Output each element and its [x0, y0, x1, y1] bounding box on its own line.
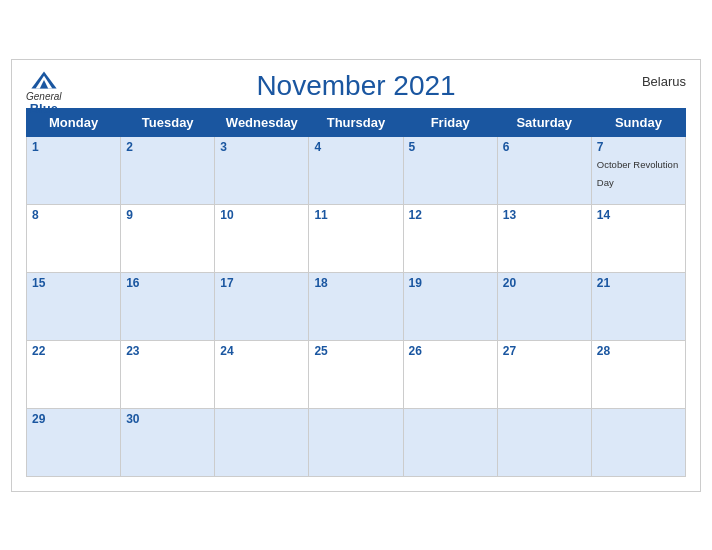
- day-cell: 20: [497, 272, 591, 340]
- day-cell: 12: [403, 204, 497, 272]
- logo: General Blue: [26, 70, 62, 116]
- days-header-row: Monday Tuesday Wednesday Thursday Friday…: [27, 108, 686, 136]
- day-number: 18: [314, 276, 397, 290]
- day-cell: 2: [121, 136, 215, 204]
- logo-general-text: General: [26, 91, 62, 102]
- day-number: 7: [597, 140, 680, 154]
- day-cell: 21: [591, 272, 685, 340]
- day-cell: 23: [121, 340, 215, 408]
- week-row-2: 891011121314: [27, 204, 686, 272]
- col-sunday: Sunday: [591, 108, 685, 136]
- day-number: 22: [32, 344, 115, 358]
- day-cell: 26: [403, 340, 497, 408]
- day-cell: 27: [497, 340, 591, 408]
- day-cell: 7October Revolution Day: [591, 136, 685, 204]
- day-cell: 25: [309, 340, 403, 408]
- day-number: 8: [32, 208, 115, 222]
- col-friday: Friday: [403, 108, 497, 136]
- day-cell: 8: [27, 204, 121, 272]
- week-row-1: 1234567October Revolution Day: [27, 136, 686, 204]
- calendar-body: 1234567October Revolution Day89101112131…: [27, 136, 686, 476]
- day-cell: [497, 408, 591, 476]
- day-number: 30: [126, 412, 209, 426]
- day-cell: 19: [403, 272, 497, 340]
- country-label: Belarus: [642, 74, 686, 89]
- day-cell: 6: [497, 136, 591, 204]
- day-number: 12: [409, 208, 492, 222]
- col-wednesday: Wednesday: [215, 108, 309, 136]
- day-number: 2: [126, 140, 209, 154]
- calendar-header: General Blue November 2021 Belarus: [26, 70, 686, 102]
- day-cell: [591, 408, 685, 476]
- logo-icon: [30, 70, 58, 90]
- day-cell: 3: [215, 136, 309, 204]
- day-number: 25: [314, 344, 397, 358]
- day-event: October Revolution Day: [597, 159, 678, 188]
- day-number: 29: [32, 412, 115, 426]
- day-cell: 13: [497, 204, 591, 272]
- day-number: 27: [503, 344, 586, 358]
- day-cell: 22: [27, 340, 121, 408]
- day-cell: 24: [215, 340, 309, 408]
- day-number: 19: [409, 276, 492, 290]
- day-cell: 10: [215, 204, 309, 272]
- day-cell: 5: [403, 136, 497, 204]
- day-number: 24: [220, 344, 303, 358]
- day-number: 11: [314, 208, 397, 222]
- logo-blue-text: Blue: [30, 102, 58, 116]
- day-number: 9: [126, 208, 209, 222]
- day-number: 16: [126, 276, 209, 290]
- day-cell: 1: [27, 136, 121, 204]
- calendar-table: Monday Tuesday Wednesday Thursday Friday…: [26, 108, 686, 477]
- day-cell: 14: [591, 204, 685, 272]
- day-cell: 16: [121, 272, 215, 340]
- col-tuesday: Tuesday: [121, 108, 215, 136]
- day-cell: 30: [121, 408, 215, 476]
- calendar-thead: Monday Tuesday Wednesday Thursday Friday…: [27, 108, 686, 136]
- day-number: 17: [220, 276, 303, 290]
- day-cell: 29: [27, 408, 121, 476]
- day-number: 23: [126, 344, 209, 358]
- day-number: 15: [32, 276, 115, 290]
- day-number: 13: [503, 208, 586, 222]
- day-cell: 28: [591, 340, 685, 408]
- day-number: 14: [597, 208, 680, 222]
- col-saturday: Saturday: [497, 108, 591, 136]
- day-cell: 11: [309, 204, 403, 272]
- day-number: 3: [220, 140, 303, 154]
- day-number: 10: [220, 208, 303, 222]
- week-row-5: 2930: [27, 408, 686, 476]
- day-cell: 18: [309, 272, 403, 340]
- week-row-3: 15161718192021: [27, 272, 686, 340]
- calendar-container: General Blue November 2021 Belarus Monda…: [11, 59, 701, 492]
- week-row-4: 22232425262728: [27, 340, 686, 408]
- col-thursday: Thursday: [309, 108, 403, 136]
- day-number: 28: [597, 344, 680, 358]
- day-number: 4: [314, 140, 397, 154]
- day-cell: [403, 408, 497, 476]
- day-cell: 17: [215, 272, 309, 340]
- day-cell: [215, 408, 309, 476]
- day-number: 5: [409, 140, 492, 154]
- day-cell: 4: [309, 136, 403, 204]
- calendar-title: November 2021: [256, 70, 455, 102]
- day-number: 20: [503, 276, 586, 290]
- day-number: 21: [597, 276, 680, 290]
- day-number: 26: [409, 344, 492, 358]
- day-number: 1: [32, 140, 115, 154]
- day-cell: 15: [27, 272, 121, 340]
- day-cell: 9: [121, 204, 215, 272]
- day-cell: [309, 408, 403, 476]
- day-number: 6: [503, 140, 586, 154]
